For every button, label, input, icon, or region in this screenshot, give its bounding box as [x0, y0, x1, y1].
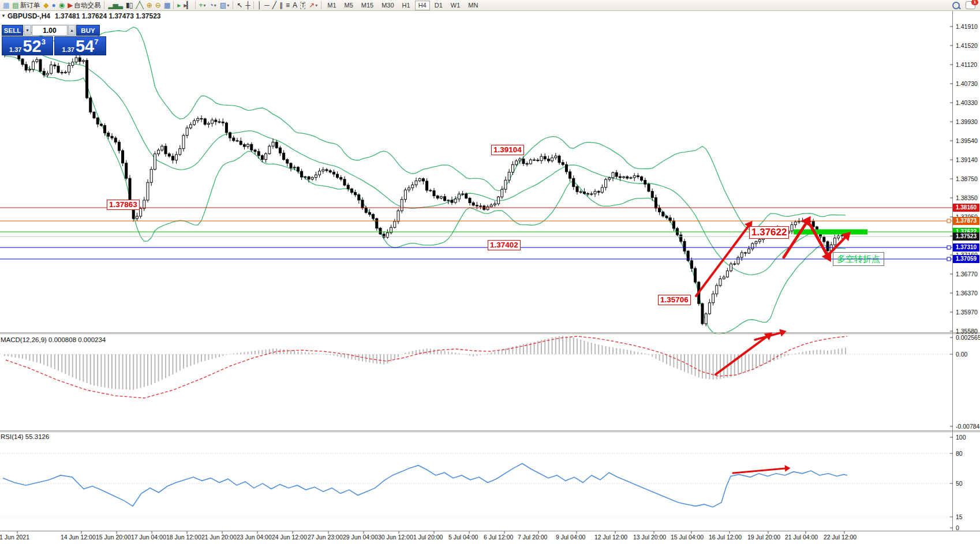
time-axis-label: 21 Jul 04:00 [785, 534, 818, 541]
chart-shift-icon[interactable]: ▸▎ [182, 1, 193, 10]
trendline-icon: ╱ [272, 1, 276, 10]
timeframe-button-h1[interactable]: H1 [399, 1, 414, 10]
timeframe-button-m5[interactable]: M5 [341, 1, 357, 10]
text-icon: A [293, 1, 297, 10]
timeframe-button-w1[interactable]: W1 [447, 1, 464, 10]
price-tick-label: 1.39930 [956, 118, 978, 125]
sell-price-display[interactable]: 1.37523 [2, 36, 53, 55]
time-axis-label: 21 Jun 20:00 [201, 534, 237, 541]
macd-arrow-flat[interactable] [755, 329, 787, 340]
toolbar-separator [233, 1, 233, 9]
chevron-down-icon: ▾ [214, 3, 216, 8]
channel-icon[interactable]: ∥ [278, 1, 284, 10]
volume-down-button[interactable]: ▼ [24, 25, 31, 36]
candlestick-chart-icon[interactable]: ▮▯ [124, 1, 134, 10]
buy-price-display[interactable]: 1.37547 [54, 36, 106, 55]
autotrading-button[interactable]: ▶自动交易 [66, 1, 102, 10]
new-order-button[interactable]: ▤新订单 [10, 1, 42, 10]
cursor-icon: ↖ [237, 1, 242, 10]
timeframe-button-d1[interactable]: D1 [431, 1, 446, 10]
price-tick-label: 1.35970 [956, 309, 978, 316]
tile-windows-icon: ▦ [164, 1, 170, 10]
trading-platform-window: ▦▤新订单◆●◉▶自动交易▂▅▃▮▯╱╲⊕⊖▦▸▸▎+▾◔▾▧▾↖┼│─╱∥≡A… [0, 0, 980, 544]
cursor-icon[interactable]: ↖ [235, 1, 244, 10]
add-indicator-icon[interactable]: +▾ [197, 1, 208, 10]
price-tag-1.37873: 1.37873 [953, 217, 979, 225]
crosshair-icon[interactable]: ┼ [244, 1, 252, 10]
chart-canvas[interactable] [0, 0, 980, 544]
price-tag-1.37523: 1.37523 [953, 232, 979, 241]
chevron-down-icon: ▾ [227, 3, 229, 8]
price-tick-label: 1.40330 [956, 99, 978, 106]
periods-icon[interactable]: ◔▾ [208, 1, 218, 10]
community-icon[interactable]: ● [50, 1, 57, 10]
trendline-icon[interactable]: ╱ [271, 1, 278, 10]
search-icon[interactable] [952, 2, 960, 9]
fibonacci-icon[interactable]: ≡ [284, 1, 291, 10]
market-watch-icon[interactable]: ◆ [42, 1, 50, 10]
templates-icon[interactable]: ▧▾ [218, 1, 231, 10]
market-watch-icon: ◆ [43, 1, 48, 10]
level-handle[interactable] [947, 246, 951, 249]
text-icon[interactable]: A [291, 1, 298, 10]
price-tick-label: 100 [956, 434, 966, 441]
arrows-tool-icon: ↗ [309, 1, 314, 10]
time-axis-label: 16 Jul 12:00 [709, 534, 742, 541]
volume-input[interactable] [32, 25, 68, 36]
bar-chart-icon[interactable]: ▂▅▃ [106, 1, 124, 10]
timeframe-button-m30[interactable]: M30 [378, 1, 397, 10]
timeframe-button-h4[interactable]: H4 [415, 1, 430, 10]
timeframe-button-m15[interactable]: M15 [358, 1, 377, 10]
time-axis-label: 29 Jun 04:00 [343, 534, 378, 541]
timeframe-button-m1[interactable]: M1 [324, 1, 339, 10]
turning-point-note[interactable]: 多空转折点 [833, 252, 884, 266]
price-label-1-39104[interactable]: 1.39104 [491, 145, 524, 155]
time-axis-label: 1 Jul 20:00 [413, 534, 443, 541]
green-highlight-bar[interactable] [794, 230, 867, 235]
sell-button[interactable]: SELL [2, 25, 23, 36]
arrows-tool-icon[interactable]: ↗▾ [307, 1, 319, 10]
price-label-1-37402[interactable]: 1.37402 [488, 240, 521, 250]
zoom-in-icon[interactable]: ⊕ [145, 1, 154, 10]
symbol-period-label: GBPUSD-,H4 [8, 12, 50, 20]
price-label-1-37622[interactable]: 1.37622 [749, 226, 789, 239]
notifications-icon[interactable]: 1 [966, 1, 975, 9]
tile-windows-icon[interactable]: ▦ [162, 1, 171, 10]
add-indicator-icon: + [199, 1, 203, 10]
time-axis-label: 18 Jun 12:00 [166, 534, 201, 541]
time-axis-label: 22 Jul 12:00 [824, 534, 856, 541]
rsi-arrow[interactable] [733, 465, 791, 473]
level-handle[interactable] [947, 219, 951, 223]
line-chart-icon: ╱╲ [136, 1, 143, 10]
price-tick-label: 1.38750 [956, 175, 978, 182]
time-axis-label: 7 Jul 20:00 [518, 534, 547, 541]
price-tick-label: 0.00 [956, 351, 967, 358]
text-label-icon[interactable]: T [298, 1, 307, 10]
buy-button[interactable]: BUY [76, 25, 100, 36]
price-tick-label: 1.36770 [956, 271, 978, 277]
price-tick-label: 0 [956, 524, 959, 531]
level-handle[interactable] [947, 257, 951, 261]
timeframe-button-mn[interactable]: MN [465, 1, 481, 10]
auto-scroll-icon[interactable]: ▸ [175, 1, 182, 10]
toolbar-separator [195, 1, 196, 9]
chart-window-icon[interactable]: ▦ [1, 1, 10, 10]
autotrading-button: ▶ [68, 1, 72, 10]
community-icon: ● [51, 1, 55, 10]
trend-arrow-zigzag-up2[interactable] [829, 232, 851, 254]
chevron-down-icon[interactable]: ▼ [1, 13, 6, 18]
horizontal-line-icon[interactable]: ─ [263, 1, 271, 10]
signals-icon[interactable]: ◉ [57, 1, 66, 10]
price-label-1-37863[interactable]: 1.37863 [107, 200, 140, 210]
macd-arrow-up[interactable] [716, 332, 772, 374]
candles [3, 43, 847, 326]
time-axis-label: 14 Jun 12:00 [61, 534, 96, 541]
price-tag-1.37310: 1.37310 [953, 243, 979, 252]
vertical-line-icon[interactable]: │ [256, 1, 263, 10]
price-label-1-35706[interactable]: 1.35706 [658, 295, 691, 305]
zoom-out-icon: ⊖ [155, 1, 160, 10]
volume-up-button[interactable]: ▲ [68, 25, 76, 36]
line-chart-icon[interactable]: ╱╲ [134, 1, 144, 10]
zoom-out-icon[interactable]: ⊖ [154, 1, 162, 10]
chart-shift-icon: ▸▎ [184, 1, 191, 10]
